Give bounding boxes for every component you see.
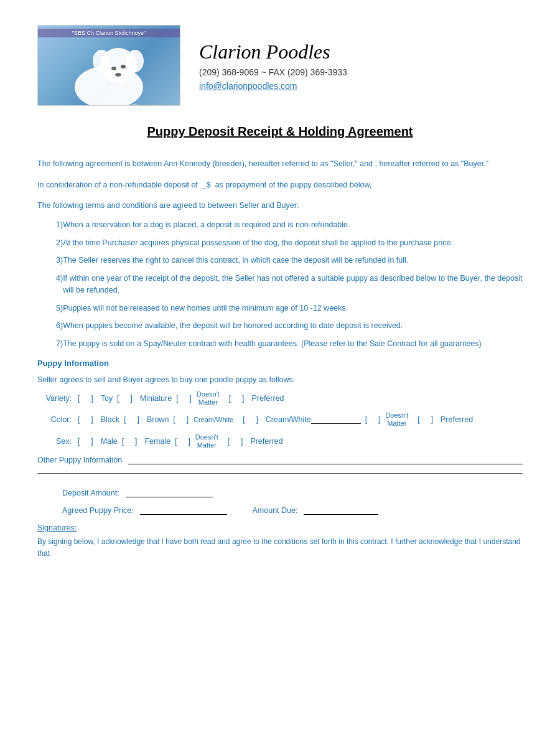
page: "SBS Ch Clarion Stolichnoye": [0, 0, 560, 747]
color-black-label: Black: [101, 415, 120, 424]
sex-label: Sex:: [37, 437, 78, 446]
deposit-section: Deposit Amount: Agreed Puppy Price: Amou…: [37, 482, 523, 515]
color-other-blank[interactable]: [311, 415, 361, 424]
sex-male-checkbox[interactable]: [ ]: [78, 437, 93, 446]
term-5: 5) Puppies will not be released to new h…: [37, 303, 523, 314]
intro-p1-post: , hereafter referred to as "Buyer.": [375, 159, 489, 168]
variety-miniature-checkbox[interactable]: [ ]: [117, 394, 133, 403]
other-puppy-blank[interactable]: [128, 456, 523, 464]
variety-row: Variety: [ ] Toy [ ] Miniature [ ] Doesn…: [37, 390, 523, 406]
divider: [37, 473, 523, 474]
document-title: Puppy Deposit Receipt & Holding Agreemen…: [37, 125, 523, 139]
term-1: 1) When a reservation for a dog is place…: [37, 219, 523, 231]
color-other-label: Cream/White: [266, 415, 311, 424]
color-creamwhite-checkbox[interactable]: [ ]: [173, 415, 189, 424]
variety-preferred-label: Preferred: [251, 394, 284, 403]
signatures-text: By signing below, I acknowledge that I h…: [37, 536, 523, 560]
svg-point-6: [115, 73, 121, 77]
dog-image: [38, 38, 180, 105]
color-doesnt-matter-checkbox[interactable]: [ ]: [365, 415, 381, 424]
image-caption: "SBS Ch Clarion Stolichnoye": [38, 29, 180, 37]
color-preferred-label: Preferred: [441, 415, 473, 424]
other-puppy-row: Other Puppy Information: [37, 456, 523, 464]
sex-preferred-checkbox[interactable]: [ ]: [228, 437, 243, 446]
intro-p1-pre: The following agreement is between Ann K…: [37, 159, 373, 168]
color-brown-checkbox[interactable]: [ ]: [124, 415, 139, 424]
deposit-amount-row: Deposit Amount:: [62, 489, 523, 497]
color-row: Color: [ ] Black [ ] Brown [ ] Cream/Whi…: [37, 411, 523, 428]
color-preferred-checkbox[interactable]: [ ]: [418, 415, 433, 424]
sex-male-label: Male: [101, 437, 118, 446]
dog-svg: [47, 37, 171, 106]
color-other-checkbox[interactable]: [ ]: [243, 415, 258, 424]
color-doesnt-matter-label: Doesn't Matter: [385, 411, 408, 428]
svg-point-2: [93, 50, 110, 72]
variety-label: Variety:: [37, 394, 78, 403]
color-label: Color:: [37, 415, 78, 424]
other-puppy-label: Other Puppy Information: [37, 456, 122, 464]
terms-list: 1) When a reservation for a dog is place…: [37, 219, 523, 350]
variety-doesnt-matter-checkbox[interactable]: [ ]: [176, 394, 192, 403]
phone-number: (209) 368-9069 ~ FAX (209) 369-3933: [199, 67, 347, 77]
header-text: Clarion Poodles (209) 368-9069 ~ FAX (20…: [199, 40, 347, 91]
intro-paragraph-3: The following terms and conditions are a…: [37, 200, 523, 212]
svg-rect-10: [131, 105, 138, 106]
term-6: 6) When puppies become available, the de…: [37, 320, 523, 332]
deposit-prefix: _$: [202, 181, 211, 189]
header: "SBS Ch Clarion Stolichnoye": [37, 25, 523, 106]
email-link[interactable]: info@clarionpoodles.com: [199, 81, 347, 91]
company-name: Clarion Poodles: [199, 40, 347, 63]
color-creamwhite-label: Cream/White: [194, 416, 233, 424]
intro-p2-post: as prepayment of the puppy described bel…: [215, 181, 372, 189]
agreed-price-label: Agreed Puppy Price:: [62, 506, 134, 515]
agreed-price-row: Agreed Puppy Price: Amount Due:: [62, 506, 523, 515]
term-7: 7) The puppy is sold on a Spay/Neuter co…: [37, 338, 523, 350]
svg-point-3: [126, 50, 144, 72]
sex-doesnt-matter-label: Doesn't Matter: [195, 433, 218, 449]
term-4: 4) If within one year of the receipt of …: [37, 273, 523, 296]
deposit-amount-input[interactable]: [126, 489, 213, 497]
variety-toy-checkbox[interactable]: [ ]: [78, 394, 93, 403]
amount-due-input[interactable]: [304, 506, 378, 515]
signatures-section: Signatures: By signing below, I acknowle…: [37, 524, 523, 560]
sex-doesnt-matter-checkbox[interactable]: [ ]: [175, 437, 190, 446]
variety-toy-label: Toy: [101, 394, 113, 403]
signatures-heading: Signatures:: [37, 524, 523, 532]
deposit-amount-label: Deposit Amount:: [62, 489, 119, 497]
variety-preferred-checkbox[interactable]: [ ]: [229, 394, 245, 403]
puppy-info-heading: Puppy Information: [37, 359, 523, 368]
puppy-info-intro: Seller agrees to sell and Buyer agrees t…: [37, 375, 523, 384]
intro-paragraph-2: In consideration of a non-refundable dep…: [37, 179, 523, 191]
variety-miniature-label: Miniature: [140, 394, 172, 403]
agreed-price-input[interactable]: [140, 506, 227, 515]
sex-preferred-label: Preferred: [250, 437, 282, 446]
svg-point-5: [121, 65, 126, 68]
term-2: 2) At the time Purchaser acquires physic…: [37, 237, 523, 249]
color-black-checkbox[interactable]: [ ]: [78, 415, 93, 424]
variety-doesnt-matter-label: Doesn't Matter: [197, 390, 220, 406]
amount-due-label: Amount Due:: [253, 506, 298, 515]
sex-row: Sex: [ ] Male [ ] Female [ ] Doesn't Mat…: [37, 433, 523, 449]
sex-female-label: Female: [144, 437, 170, 446]
sex-female-checkbox[interactable]: [ ]: [122, 437, 138, 446]
intro-paragraph-1: The following agreement is between Ann K…: [37, 157, 523, 170]
svg-point-4: [111, 67, 116, 70]
color-brown-label: Brown: [147, 415, 169, 424]
intro-p2-pre: In consideration of a non-refundable dep…: [37, 181, 198, 189]
term-3: 3) The Seller reserves the right to canc…: [37, 255, 523, 266]
header-image: "SBS Ch Clarion Stolichnoye": [37, 25, 180, 106]
